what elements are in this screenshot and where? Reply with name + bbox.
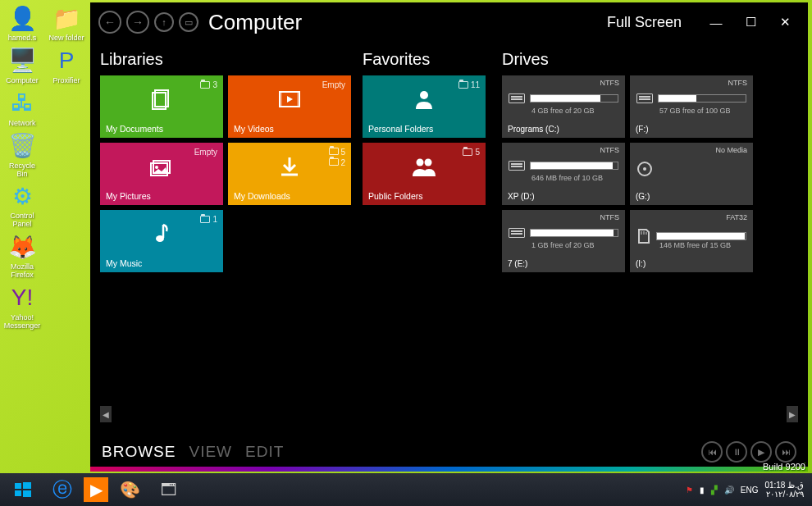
svg-rect-20 (23, 482, 31, 489)
dl-icon (275, 154, 304, 179)
desktop-icon-new-folder[interactable]: 📁New folder (48, 3, 85, 43)
favorite-tile-personal-folders[interactable]: 11Personal Folders (363, 75, 486, 138)
svg-rect-4 (280, 92, 282, 107)
drive-tile-programs-c-[interactable]: NTFS 4 GB free of 20 GB Programs (C:) (502, 75, 625, 138)
svg-point-12 (417, 158, 424, 166)
svg-point-10 (156, 235, 164, 242)
window-title: Computer (208, 10, 302, 35)
drive-tile--f-[interactable]: NTFS 57 GB free of 100 GB (F:) (630, 75, 753, 138)
libraries-section: Libraries 3My DocumentsEmptyMy VideosEmp… (100, 50, 354, 432)
system-tray: ⚑ ▮ ▞ 🔊 ENG 01:18 ق.ظ ۲۰۱۲/۰۸/۲۹ (686, 481, 809, 499)
library-tile-my-downloads[interactable]: 5 2My Downloads (228, 143, 351, 205)
maximize-button[interactable]: ☐ (736, 10, 765, 34)
desktop-icon-yahoo-messenger[interactable]: Y!Yahoo! Messenger (3, 283, 41, 330)
libraries-heading: Libraries (100, 50, 354, 69)
library-tile-my-documents[interactable]: 3My Documents (100, 75, 223, 138)
mode-edit[interactable]: EDIT (245, 443, 284, 461)
build-label: Build 9200 (763, 462, 805, 472)
back-button[interactable]: ← (98, 11, 121, 34)
desktop-icon-proxifier[interactable]: PProxifier (48, 46, 85, 85)
desktop-icon-mozilla-firefox[interactable]: 🦊Mozilla Firefox (3, 232, 41, 280)
svg-point-11 (420, 91, 428, 99)
titlebar: ← → ↑ ▭ Computer Full Screen ― ☐ ✕ (90, 2, 808, 42)
taskbar-paint-icon[interactable]: 🎨 (112, 475, 148, 504)
content-area: Libraries 3My DocumentsEmptyMy VideosEmp… (90, 42, 808, 432)
tray-volume-icon[interactable]: 🔊 (724, 485, 734, 495)
tray-language[interactable]: ENG (741, 485, 759, 495)
drive-tile--g-[interactable]: No Media (G:) (630, 143, 753, 205)
media-pause-button[interactable]: ⏸ (726, 441, 747, 463)
video-icon (275, 87, 304, 112)
library-tile-my-pictures[interactable]: EmptyMy Pictures (100, 143, 223, 205)
media-next-button[interactable]: ⏭ (775, 441, 796, 463)
up-button[interactable]: ↑ (154, 12, 174, 32)
taskbar: ⓔ ▶ 🎨 🗔 ⚑ ▮ ▞ 🔊 ENG 01:18 ق.ظ ۲۰۱۲/۰۸/۲۹ (0, 473, 812, 506)
docs-icon (147, 87, 176, 112)
mode-view[interactable]: VIEW (189, 443, 232, 461)
close-button[interactable]: ✕ (770, 10, 800, 34)
favorite-tile-public-folders[interactable]: 5Public Folders (363, 143, 486, 205)
taskbar-ie-icon[interactable]: ⓔ (44, 475, 80, 504)
desktop-icon-hamed-s[interactable]: 👤hamed.s (3, 3, 41, 43)
svg-point-8 (155, 166, 158, 169)
svg-rect-21 (15, 490, 21, 496)
desktop-icon-network[interactable]: 🖧Network (3, 89, 41, 128)
users-icon (409, 154, 439, 179)
fullscreen-button[interactable]: Full Screen (607, 14, 682, 31)
scroll-right-button[interactable]: ▶ (787, 406, 798, 422)
bottom-bar: BROWSE VIEW EDIT ⏮ ⏸ ▶ ⏭ ⋰ (90, 432, 808, 472)
pics-icon (147, 154, 176, 179)
favorites-heading: Favorites (363, 50, 494, 69)
desktop-icon-computer[interactable]: 🖥️Computer (3, 46, 41, 85)
desktop-icon-recycle-bin[interactable]: 🗑️Recycle Bin (3, 131, 41, 179)
drives-heading: Drives (502, 50, 798, 69)
user-icon (409, 87, 439, 112)
media-prev-button[interactable]: ⏮ (701, 441, 723, 463)
library-tile-my-videos[interactable]: EmptyMy Videos (228, 75, 351, 138)
mode-browse[interactable]: BROWSE (102, 443, 176, 461)
svg-point-15 (643, 167, 646, 171)
forward-button[interactable]: → (126, 11, 149, 34)
taskbar-explorer-icon[interactable]: 🗔 (151, 475, 187, 504)
music-icon (147, 221, 176, 246)
library-tile-my-music[interactable]: 1My Music (100, 210, 223, 272)
svg-rect-5 (297, 92, 299, 107)
media-controls: ⏮ ⏸ ▶ ⏭ (701, 441, 796, 463)
drive-tile-7-e-[interactable]: NTFS 1 GB free of 20 GB 7 (E:) (502, 210, 625, 272)
tray-clock[interactable]: 01:18 ق.ظ ۲۰۱۲/۰۸/۲۹ (764, 481, 804, 499)
tray-battery-icon[interactable]: ▮ (700, 485, 705, 495)
drive-tile--i-[interactable]: FAT32 146 MB free of 15 GB (I:) (630, 210, 753, 272)
tray-network-icon[interactable]: ▞ (711, 485, 718, 495)
scroll-left-button[interactable]: ◀ (100, 406, 112, 422)
svg-rect-22 (23, 490, 31, 497)
view-toggle-button[interactable]: ▭ (179, 12, 198, 32)
accent-strip (90, 467, 808, 472)
desktop-icon-control-panel[interactable]: ⚙Control Panel (3, 181, 41, 229)
desktop: 👤hamed.s📁New folder🖥️ComputerPProxifier🖧… (0, 0, 90, 472)
drive-tile-xp-d-[interactable]: NTFS 646 MB free of 10 GB XP (D:) (502, 143, 625, 205)
taskbar-media-icon[interactable]: ▶ (84, 477, 108, 502)
drives-section: Drives NTFS 4 GB free of 20 GB Programs … (502, 50, 798, 432)
svg-rect-19 (15, 483, 21, 489)
media-play-button[interactable]: ▶ (750, 441, 772, 463)
tray-flag-icon[interactable]: ⚑ (686, 485, 693, 495)
start-button[interactable] (5, 475, 41, 504)
svg-point-13 (425, 158, 432, 166)
minimize-button[interactable]: ― (701, 10, 731, 34)
favorites-section: Favorites 11Personal Folders5Public Fold… (363, 50, 494, 432)
app-window: ← → ↑ ▭ Computer Full Screen ― ☐ ✕ Libra… (90, 2, 808, 472)
